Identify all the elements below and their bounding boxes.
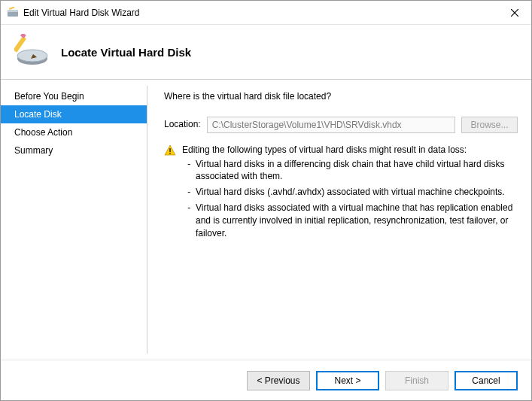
wizard-body: Before You Begin Locate Disk Choose Acti… <box>1 80 531 360</box>
window-title: Edit Virtual Hard Disk Wizard <box>23 8 498 18</box>
warning-lead: Editing the following types of virtual h… <box>182 144 467 155</box>
svg-rect-8 <box>14 36 26 52</box>
warning-item: Virtual hard disks (.avhd/.avhdx) associ… <box>196 186 518 199</box>
steps-sidebar: Before You Begin Locate Disk Choose Acti… <box>1 80 147 360</box>
next-button[interactable]: Next > <box>316 371 379 390</box>
close-icon <box>511 9 518 17</box>
title-bar: Edit Virtual Hard Disk Wizard <box>1 1 531 25</box>
location-row: Location: Browse... <box>164 117 518 133</box>
page-title: Locate Virtual Hard Disk <box>61 46 191 59</box>
wizard-window: Edit Virtual Hard Disk Wizard Locate Vir… <box>0 0 532 401</box>
sidebar-step-choose-action[interactable]: Choose Action <box>1 123 147 141</box>
content-pane: Where is the virtual hard disk file loca… <box>147 80 531 360</box>
warning-block: Editing the following types of virtual h… <box>164 144 518 243</box>
warning-item: Virtual hard disks in a differencing dis… <box>196 158 518 184</box>
sidebar-step-locate-disk[interactable]: Locate Disk <box>1 105 147 123</box>
prompt-text: Where is the virtual hard disk file loca… <box>164 90 518 103</box>
warning-text: Editing the following types of virtual h… <box>182 144 518 243</box>
sidebar-step-before-you-begin[interactable]: Before You Begin <box>1 87 147 105</box>
warning-list: Virtual hard disks in a differencing dis… <box>182 158 518 240</box>
page-header: Locate Virtual Hard Disk <box>1 25 531 79</box>
svg-rect-10 <box>20 34 26 38</box>
svg-rect-1 <box>8 10 18 12</box>
disk-pencil-icon <box>14 34 50 70</box>
svg-rect-2 <box>9 7 14 10</box>
location-input[interactable] <box>207 117 455 133</box>
cancel-button[interactable]: Cancel <box>454 371 518 390</box>
button-bar: < Previous Next > Finish Cancel <box>1 360 531 400</box>
svg-rect-12 <box>169 148 171 152</box>
warning-icon <box>164 144 176 156</box>
sidebar-step-summary[interactable]: Summary <box>1 141 147 159</box>
close-button[interactable] <box>498 2 531 24</box>
app-icon <box>7 7 19 19</box>
browse-button: Browse... <box>461 117 518 133</box>
finish-button: Finish <box>385 371 448 390</box>
previous-button[interactable]: < Previous <box>247 371 310 390</box>
warning-item: Virtual hard disks associated with a vir… <box>196 202 518 239</box>
location-label: Location: <box>164 118 201 131</box>
svg-rect-13 <box>169 153 171 154</box>
